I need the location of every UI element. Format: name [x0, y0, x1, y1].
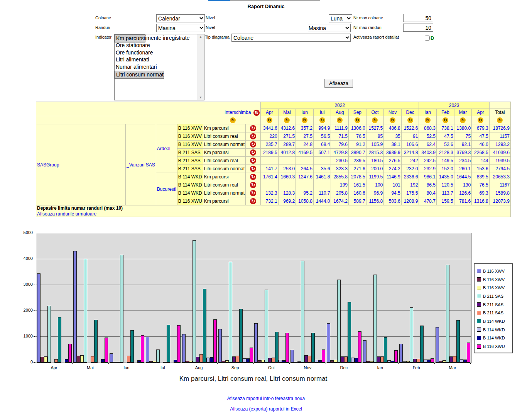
- refresh-icon-yellow[interactable]: ↻: [390, 117, 395, 123]
- indicator-option[interactable]: Ore functionare: [115, 49, 204, 56]
- refresh-icon-yellow[interactable]: ↻: [337, 117, 343, 123]
- month-header[interactable]: Iun: [296, 109, 314, 116]
- x-axis-tick: [253, 363, 254, 364]
- value-cell: 85: [366, 132, 384, 141]
- refresh-icon-red[interactable]: ↻: [250, 198, 256, 204]
- refresh-icon-yellow[interactable]: ↻: [478, 117, 483, 123]
- show-report-button[interactable]: Afiseaza: [324, 79, 353, 88]
- rows-dimension-select[interactable]: Masina: [156, 24, 205, 32]
- indicator-option[interactable]: Ore stationare: [115, 42, 204, 49]
- refresh-icon-yellow[interactable]: ↻: [230, 117, 236, 123]
- value-cell: 2078.5: [349, 173, 366, 181]
- refresh-icon-yellow[interactable]: ↻: [407, 117, 413, 123]
- refresh-icon-yellow[interactable]: ↻: [442, 117, 448, 123]
- refresh-icon-red[interactable]: ↻: [250, 125, 256, 131]
- month-header[interactable]: Apr: [261, 109, 279, 116]
- vehicle-cell: B 114 WKD: [177, 181, 203, 189]
- scroll-down-icon[interactable]: ▼: [199, 96, 202, 99]
- region-cell[interactable]: Ardeal: [156, 124, 177, 173]
- refresh-icon-red[interactable]: ↻: [250, 149, 256, 156]
- refresh-cell: ↻: [349, 116, 366, 124]
- refresh-icon-yellow[interactable]: ↻: [460, 117, 466, 123]
- columns-dimension-select[interactable]: Calendar: [156, 14, 205, 22]
- refresh-icon-red[interactable]: ↻: [253, 110, 260, 116]
- refresh-cell: ↻: [454, 116, 472, 124]
- month-header[interactable]: Nov: [384, 109, 402, 116]
- value-cell: 69.3: [472, 189, 490, 197]
- y-axis-tick: [34, 233, 35, 233]
- value-cell: 274.2: [384, 165, 402, 173]
- legend-item: B 114 WKD: [477, 326, 511, 334]
- region-cell[interactable]: Bucuresti: [156, 173, 177, 205]
- legend-swatch: [477, 269, 481, 273]
- month-header[interactable]: Mar: [454, 109, 472, 116]
- refresh-icon-yellow[interactable]: ↻: [319, 117, 325, 123]
- chart-caption: Km parcursi, Litri consum real, Litri co…: [36, 375, 471, 383]
- value-cell: 271.5: [278, 132, 296, 141]
- chart-bar: [137, 360, 141, 363]
- refresh-icon-red[interactable]: ↻: [250, 141, 256, 148]
- value-cell: 144: [472, 157, 490, 165]
- chart-bar: [77, 356, 80, 363]
- chart-bar: [203, 289, 206, 363]
- chart-bar: [348, 302, 351, 363]
- value-cell: 253.0: [278, 165, 296, 173]
- chart-bar: [94, 320, 98, 363]
- month-header[interactable]: Ian: [419, 109, 437, 116]
- group-cell[interactable]: SASGroup: [36, 124, 126, 205]
- refresh-icon-red[interactable]: ↻: [250, 174, 256, 180]
- month-header[interactable]: Apr: [472, 109, 490, 116]
- columns-level-select[interactable]: Luna: [329, 14, 352, 22]
- value-cell: [313, 181, 331, 189]
- indicator-listbox[interactable]: Km parcursiNumar evenimente inregistrate…: [114, 34, 204, 100]
- chart-bar: [304, 355, 308, 363]
- refresh-icon-red[interactable]: ↻: [250, 158, 256, 164]
- subgroup-cell[interactable]: _Vanzari SAS: [126, 124, 156, 205]
- indicator-option[interactable]: Km parcursi: [115, 34, 145, 42]
- refresh-icon-yellow[interactable]: ↻: [267, 117, 272, 123]
- value-cell: 75: [454, 132, 472, 141]
- value-cell: 175.5: [401, 189, 419, 197]
- interchange-link[interactable]: Interschimba: [225, 110, 251, 115]
- month-header[interactable]: Aug: [331, 109, 349, 116]
- max-rows-input[interactable]: [403, 24, 433, 32]
- refresh-icon-red[interactable]: ↻: [250, 182, 256, 188]
- month-header[interactable]: Iul: [313, 109, 331, 116]
- chart-bar: [301, 261, 304, 363]
- indicator-option[interactable]: Numar alimentari: [115, 63, 204, 71]
- month-header[interactable]: Mai: [278, 109, 296, 116]
- listbox-scrollbar[interactable]: ▲ ▼: [198, 34, 204, 100]
- open-report-new-window-link[interactable]: Afiseaza raportul intr-o fereastra noua: [0, 396, 532, 401]
- refresh-icon-yellow[interactable]: ↻: [355, 117, 360, 123]
- detailed-report-label: Activeaza raport detaliat: [353, 35, 399, 39]
- value-cell: 3890.7: [349, 149, 366, 157]
- month-header[interactable]: Feb: [436, 109, 454, 116]
- value-cell: 132.3: [261, 189, 279, 197]
- metric-cell: Km parcursi: [203, 149, 245, 157]
- scroll-up-icon[interactable]: ▲: [199, 35, 202, 39]
- refresh-icon-yellow[interactable]: ↻: [425, 117, 431, 123]
- indicator-option[interactable]: Litri alimentati: [115, 56, 204, 63]
- detailed-report-checkbox[interactable]: [425, 36, 430, 41]
- refresh-icon-yellow[interactable]: ↻: [284, 117, 290, 123]
- refresh-icon-yellow[interactable]: ↻: [497, 117, 503, 123]
- month-header[interactable]: Sep: [349, 109, 366, 116]
- indicator-option[interactable]: Litri consum normat: [115, 71, 164, 79]
- chart-bar: [275, 332, 279, 363]
- max-columns-input[interactable]: [403, 14, 433, 22]
- month-header[interactable]: Dec: [401, 109, 419, 116]
- next-rows-link[interactable]: Afiseaza randurile urmatoare: [37, 211, 96, 217]
- raport-dinamic-page: Raport Dinamic Coloane Calendar Nivel Lu…: [0, 0, 532, 419]
- value-cell: 264.5: [296, 165, 314, 173]
- refresh-icon-yellow[interactable]: ↻: [372, 117, 378, 123]
- export-report-excel-link[interactable]: Afiseaza (exporta) raportul in Excel: [0, 406, 532, 412]
- refresh-icon-yellow[interactable]: ↻: [302, 117, 307, 123]
- total-value-cell: 1167: [489, 181, 510, 189]
- diagram-type-select[interactable]: Coloane: [231, 34, 351, 42]
- rows-level-select[interactable]: Masina: [307, 24, 351, 32]
- value-cell: 152.0: [436, 165, 454, 173]
- month-header[interactable]: Oct: [366, 109, 384, 116]
- refresh-icon-red[interactable]: ↻: [250, 133, 256, 139]
- refresh-icon-red[interactable]: ↻: [250, 166, 256, 172]
- refresh-icon-red[interactable]: ↻: [250, 190, 256, 196]
